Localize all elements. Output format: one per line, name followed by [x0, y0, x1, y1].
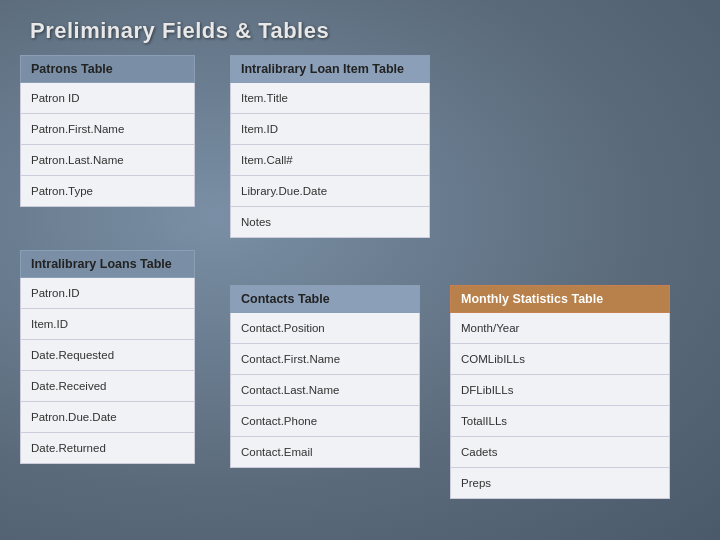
table-row: Notes [230, 207, 430, 238]
layout: Patrons Table Patron ID Patron.First.Nam… [0, 55, 720, 540]
table-row: Library.Due.Date [230, 176, 430, 207]
page-title: Preliminary Fields & Tables [0, 0, 720, 44]
table-row: Contact.First.Name [230, 344, 420, 375]
table-row: COMLibILLs [450, 344, 670, 375]
table-row: Preps [450, 468, 670, 499]
table-row: Patron.Last.Name [20, 145, 195, 176]
contacts-table-header: Contacts Table [230, 285, 420, 313]
table-row: Contact.Position [230, 313, 420, 344]
table-row: Month/Year [450, 313, 670, 344]
monthly-statistics-table-header: Monthly Statistics Table [450, 285, 670, 313]
table-row: TotalILLs [450, 406, 670, 437]
table-row: Contact.Last.Name [230, 375, 420, 406]
table-row: Patron.Due.Date [20, 402, 195, 433]
loans-table: Intralibrary Loans Table Patron.ID Item.… [20, 250, 195, 464]
table-row: Item.ID [20, 309, 195, 340]
table-row: Item.Call# [230, 145, 430, 176]
loan-item-table-header: Intralibrary Loan Item Table [230, 55, 430, 83]
table-row: Cadets [450, 437, 670, 468]
patrons-table: Patrons Table Patron ID Patron.First.Nam… [20, 55, 195, 207]
patrons-table-header: Patrons Table [20, 55, 195, 83]
table-row: Patron ID [20, 83, 195, 114]
table-row: Item.ID [230, 114, 430, 145]
table-row: Patron.First.Name [20, 114, 195, 145]
monthly-statistics-table: Monthly Statistics Table Month/Year COML… [450, 285, 670, 499]
table-row: Date.Requested [20, 340, 195, 371]
contacts-table: Contacts Table Contact.Position Contact.… [230, 285, 420, 468]
table-row: Patron.Type [20, 176, 195, 207]
table-row: Patron.ID [20, 278, 195, 309]
loan-item-table: Intralibrary Loan Item Table Item.Title … [230, 55, 430, 238]
table-row: Date.Received [20, 371, 195, 402]
table-row: Contact.Email [230, 437, 420, 468]
table-row: Item.Title [230, 83, 430, 114]
table-row: DFLibILLs [450, 375, 670, 406]
loans-table-header: Intralibrary Loans Table [20, 250, 195, 278]
table-row: Date.Returned [20, 433, 195, 464]
table-row: Contact.Phone [230, 406, 420, 437]
